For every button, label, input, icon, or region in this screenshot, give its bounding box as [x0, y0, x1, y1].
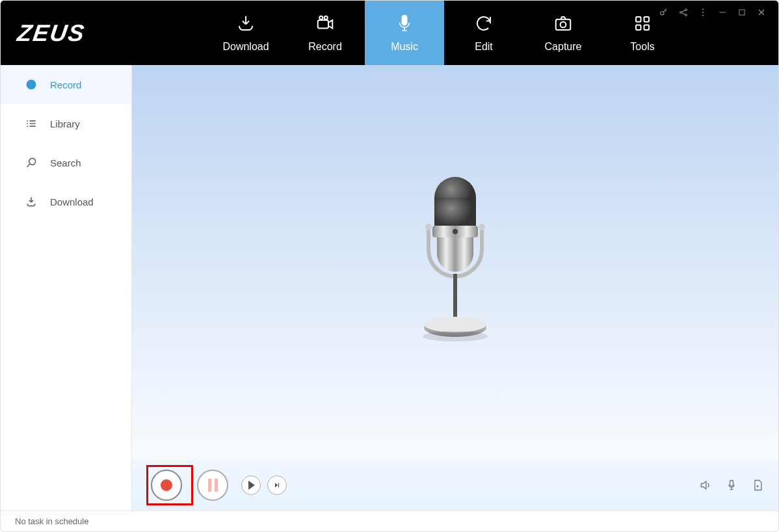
- status-text: No task in schedule: [15, 516, 88, 526]
- svg-rect-17: [739, 10, 745, 15]
- search-icon: [24, 155, 38, 170]
- nav-music[interactable]: Music: [365, 1, 444, 65]
- svg-point-11: [680, 12, 682, 14]
- nav-record[interactable]: Record: [285, 1, 365, 65]
- nav-label: Record: [308, 41, 342, 53]
- playback-utilities: [699, 479, 764, 492]
- download-icon: [235, 14, 257, 33]
- file-icon: [751, 479, 764, 492]
- svg-point-5: [561, 21, 566, 27]
- svg-point-12: [685, 9, 687, 11]
- svg-point-15: [702, 12, 704, 13]
- main-nav: Download Record Music Edit Capture: [206, 1, 682, 65]
- sidebar-item-record[interactable]: Record: [1, 65, 131, 104]
- next-icon: [273, 481, 281, 489]
- svg-rect-32: [730, 481, 733, 486]
- list-icon: [24, 116, 38, 131]
- svg-point-24: [453, 229, 458, 234]
- mic-small-icon: [725, 479, 738, 492]
- svg-rect-3: [402, 15, 407, 25]
- minimize-button[interactable]: [717, 7, 728, 18]
- svg-point-19: [30, 83, 33, 86]
- nav-label: Edit: [475, 41, 493, 53]
- app-logo: ZEUS: [0, 20, 104, 47]
- sidebar-label: Search: [50, 157, 81, 168]
- refresh-icon: [473, 14, 495, 33]
- nav-label: Download: [222, 41, 269, 53]
- microphone-icon: [393, 14, 416, 33]
- svg-rect-27: [453, 274, 457, 323]
- play-button[interactable]: [241, 475, 261, 495]
- svg-rect-31: [278, 483, 279, 488]
- svg-point-10: [661, 12, 664, 15]
- svg-point-25: [425, 224, 432, 230]
- volume-button[interactable]: [699, 479, 712, 492]
- svg-point-20: [29, 158, 36, 165]
- svg-point-2: [324, 16, 328, 19]
- nav-label: Capture: [545, 41, 582, 53]
- svg-point-26: [479, 224, 485, 230]
- record-button[interactable]: [151, 470, 182, 501]
- play-icon: [248, 481, 255, 490]
- sidebar-item-search[interactable]: Search: [1, 143, 131, 182]
- svg-point-16: [702, 15, 704, 16]
- sidebar: Record Library Search Download: [1, 65, 132, 511]
- radio-icon: [24, 77, 38, 92]
- svg-point-14: [702, 8, 704, 10]
- camera-record-icon: [314, 14, 336, 33]
- svg-rect-9: [644, 25, 650, 30]
- svg-rect-6: [636, 17, 641, 22]
- svg-point-30: [423, 331, 488, 341]
- pause-icon: [208, 479, 218, 492]
- titlebar: ZEUS Download Record Music Edit: [1, 1, 778, 65]
- nav-download[interactable]: Download: [206, 1, 285, 65]
- svg-rect-7: [644, 17, 650, 22]
- speaker-icon: [699, 478, 712, 492]
- preview-area: [132, 65, 778, 460]
- record-button-highlight: [146, 465, 193, 505]
- svg-point-29: [424, 317, 486, 332]
- svg-rect-0: [318, 20, 328, 29]
- svg-rect-4: [556, 19, 571, 29]
- sidebar-label: Library: [50, 118, 80, 129]
- playback-bar: [132, 460, 778, 511]
- window-controls: [659, 7, 767, 18]
- record-dot-icon: [161, 479, 172, 491]
- close-button[interactable]: [756, 7, 767, 18]
- microphone-illustration: [406, 175, 504, 351]
- svg-point-13: [685, 14, 687, 16]
- sidebar-item-download[interactable]: Download: [1, 182, 131, 221]
- file-output-button[interactable]: [751, 479, 764, 492]
- svg-point-1: [319, 16, 323, 19]
- next-button[interactable]: [267, 475, 287, 495]
- svg-rect-8: [636, 25, 641, 30]
- download-icon: [24, 194, 38, 209]
- nav-label: Tools: [630, 41, 654, 53]
- nav-label: Music: [391, 41, 418, 53]
- mic-input-button[interactable]: [725, 479, 738, 492]
- sidebar-label: Download: [50, 196, 94, 207]
- maximize-button[interactable]: [737, 7, 747, 18]
- nav-capture[interactable]: Capture: [523, 1, 603, 65]
- share-icon[interactable]: [678, 7, 689, 18]
- camera-icon: [552, 14, 574, 33]
- sidebar-label: Record: [50, 79, 81, 90]
- more-icon[interactable]: [698, 7, 708, 18]
- nav-edit[interactable]: Edit: [444, 1, 523, 65]
- grid-icon: [631, 14, 654, 33]
- content-area: [132, 65, 778, 511]
- pause-button[interactable]: [197, 470, 228, 501]
- key-icon[interactable]: [659, 7, 669, 18]
- status-bar: No task in schedule: [1, 511, 778, 531]
- main-area: Record Library Search Download: [1, 65, 778, 511]
- sidebar-item-library[interactable]: Library: [1, 104, 131, 143]
